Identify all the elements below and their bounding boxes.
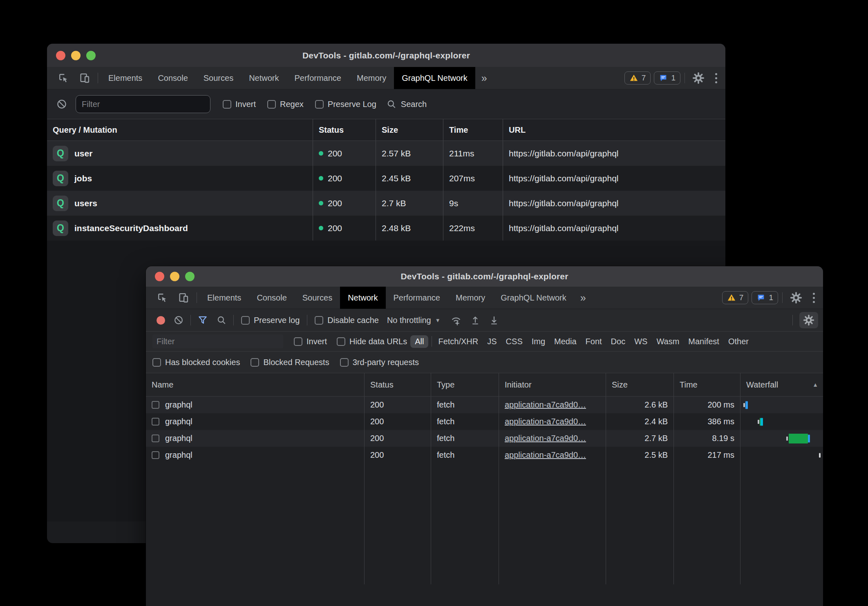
row-checkbox[interactable]: [152, 418, 159, 426]
filter-type-all[interactable]: All: [410, 335, 428, 348]
tab-memory[interactable]: Memory: [349, 67, 394, 89]
initiator-link[interactable]: application-a7ca9d0…: [505, 417, 586, 426]
search-icon[interactable]: [212, 315, 231, 325]
issues-badge[interactable]: 1: [654, 71, 680, 85]
table-row[interactable]: graphql 200 fetch application-a7ca9d0… 2…: [146, 430, 823, 447]
settings-gear-icon[interactable]: [785, 287, 807, 309]
row-checkbox[interactable]: [152, 451, 159, 459]
zoom-button[interactable]: [185, 272, 195, 281]
blocked-requests-checkbox[interactable]: [251, 358, 259, 367]
invert-checkbox-group[interactable]: Invert: [223, 100, 256, 109]
filter-funnel-icon[interactable]: [193, 315, 212, 325]
warnings-badge[interactable]: 7: [722, 291, 749, 304]
tab-elements[interactable]: Elements: [101, 67, 150, 89]
table-row[interactable]: graphql 200 fetch application-a7ca9d0… 2…: [146, 413, 823, 430]
filter-input[interactable]: [152, 334, 283, 348]
tab-performance[interactable]: Performance: [386, 287, 448, 309]
search-button[interactable]: Search: [386, 99, 427, 109]
invert-checkbox[interactable]: [223, 100, 231, 109]
hide-data-urls-checkbox[interactable]: [337, 337, 345, 346]
table-row[interactable]: Q users 200 2.7 kB 9s https://gitlab.com…: [47, 191, 725, 216]
filter-type-ws[interactable]: WS: [630, 335, 652, 348]
tab-sources[interactable]: Sources: [295, 287, 340, 309]
filter-type-doc[interactable]: Doc: [606, 335, 630, 348]
inspect-icon[interactable]: [53, 67, 74, 89]
column-header-status[interactable]: Status: [313, 119, 376, 140]
preserve-log-checkbox[interactable]: [315, 100, 324, 109]
export-har-icon[interactable]: [485, 315, 503, 325]
has-blocked-cookies-checkbox-group[interactable]: Has blocked cookies: [152, 358, 240, 367]
network-settings-button[interactable]: [799, 312, 818, 328]
tab-network[interactable]: Network: [241, 67, 286, 89]
tab-sources[interactable]: Sources: [196, 67, 241, 89]
invert-checkbox[interactable]: [294, 337, 302, 346]
disable-cache-checkbox-group[interactable]: Disable cache: [315, 316, 379, 325]
column-header-query-mutation[interactable]: Query / Mutation: [47, 119, 313, 140]
column-header-time[interactable]: Time: [443, 119, 503, 140]
initiator-link[interactable]: application-a7ca9d0…: [505, 450, 586, 460]
preserve-log-checkbox-group[interactable]: Preserve Log: [315, 100, 376, 109]
record-button[interactable]: [157, 316, 165, 325]
filter-type-manifest[interactable]: Manifest: [684, 335, 724, 348]
filter-type-wasm[interactable]: Wasm: [652, 335, 684, 348]
import-har-icon[interactable]: [466, 315, 485, 325]
initiator-link[interactable]: application-a7ca9d0…: [505, 400, 586, 410]
titlebar[interactable]: DevTools - gitlab.com/-/graphql-explorer: [146, 266, 823, 287]
has-blocked-cookies-checkbox[interactable]: [152, 358, 161, 367]
network-conditions-icon[interactable]: [446, 314, 466, 326]
table-row[interactable]: Q instanceSecurityDashboard 200 2.48 kB …: [47, 216, 725, 241]
third-party-requests-checkbox[interactable]: [340, 358, 349, 367]
third-party-requests-checkbox-group[interactable]: 3rd-party requests: [340, 358, 419, 367]
column-header-size[interactable]: Size: [606, 373, 673, 396]
close-button[interactable]: [56, 51, 65, 60]
clear-icon[interactable]: [169, 315, 188, 325]
issues-badge[interactable]: 1: [752, 291, 778, 304]
regex-checkbox-group[interactable]: Regex: [267, 100, 304, 109]
more-options-icon[interactable]: [709, 67, 723, 89]
tab-memory[interactable]: Memory: [448, 287, 493, 309]
minimize-button[interactable]: [71, 51, 81, 60]
tab-performance[interactable]: Performance: [287, 67, 349, 89]
filter-type-font[interactable]: Font: [581, 335, 606, 348]
tab-graphql-network[interactable]: GraphQL Network: [493, 287, 574, 309]
tab-console[interactable]: Console: [249, 287, 294, 309]
tab-console[interactable]: Console: [150, 67, 195, 89]
filter-type-other[interactable]: Other: [724, 335, 753, 348]
settings-gear-icon[interactable]: [687, 67, 709, 89]
column-header-status[interactable]: Status: [364, 373, 431, 396]
preserve-log-checkbox[interactable]: [241, 316, 250, 325]
initiator-link[interactable]: application-a7ca9d0…: [505, 434, 586, 443]
tab-elements[interactable]: Elements: [199, 287, 249, 309]
filter-type-fetch-xhr[interactable]: Fetch/XHR: [434, 335, 483, 348]
more-options-icon[interactable]: [807, 287, 821, 309]
filter-type-js[interactable]: JS: [483, 335, 501, 348]
minimize-button[interactable]: [170, 272, 179, 281]
tab-graphql-network[interactable]: GraphQL Network: [394, 67, 475, 89]
table-row[interactable]: Q user 200 2.57 kB 211ms https://gitlab.…: [47, 141, 725, 166]
device-toolbar-icon[interactable]: [74, 67, 95, 89]
row-checkbox[interactable]: [152, 401, 159, 409]
zoom-button[interactable]: [86, 51, 96, 60]
table-row[interactable]: graphql 200 fetch application-a7ca9d0… 2…: [146, 447, 823, 463]
blocked-requests-checkbox-group[interactable]: Blocked Requests: [251, 358, 329, 367]
throttling-dropdown[interactable]: No throttling ▼: [387, 316, 441, 325]
titlebar[interactable]: DevTools - gitlab.com/-/graphql-explorer: [47, 44, 725, 67]
column-header-type[interactable]: Type: [431, 373, 499, 396]
tab-network[interactable]: Network: [340, 287, 385, 309]
column-header-name[interactable]: Name: [146, 373, 364, 396]
filter-type-media[interactable]: Media: [550, 335, 581, 348]
disable-cache-checkbox[interactable]: [315, 316, 323, 325]
table-row[interactable]: graphql 200 fetch application-a7ca9d0… 2…: [146, 397, 823, 413]
invert-checkbox-group[interactable]: Invert: [294, 337, 327, 346]
row-checkbox[interactable]: [152, 434, 159, 442]
more-tabs-icon[interactable]: »: [574, 287, 592, 309]
column-header-url[interactable]: URL: [503, 119, 725, 140]
more-tabs-icon[interactable]: »: [475, 67, 493, 89]
block-icon[interactable]: [54, 98, 70, 110]
filter-type-css[interactable]: CSS: [501, 335, 527, 348]
filter-type-img[interactable]: Img: [527, 335, 550, 348]
warnings-badge[interactable]: 7: [624, 71, 651, 85]
close-button[interactable]: [155, 272, 164, 281]
regex-checkbox[interactable]: [267, 100, 276, 109]
device-toolbar-icon[interactable]: [173, 287, 194, 309]
